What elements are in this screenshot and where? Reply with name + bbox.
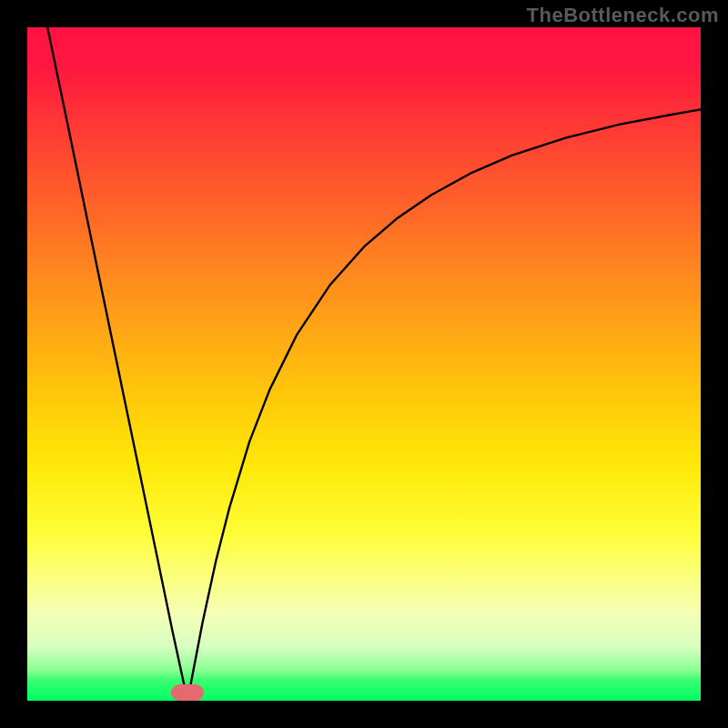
watermark-text: TheBottleneck.com <box>527 4 719 27</box>
curve-path <box>47 27 701 701</box>
plot-area <box>27 27 701 701</box>
optimum-marker <box>171 684 204 701</box>
curve-layer <box>27 27 701 701</box>
chart-frame: TheBottleneck.com <box>0 0 728 728</box>
